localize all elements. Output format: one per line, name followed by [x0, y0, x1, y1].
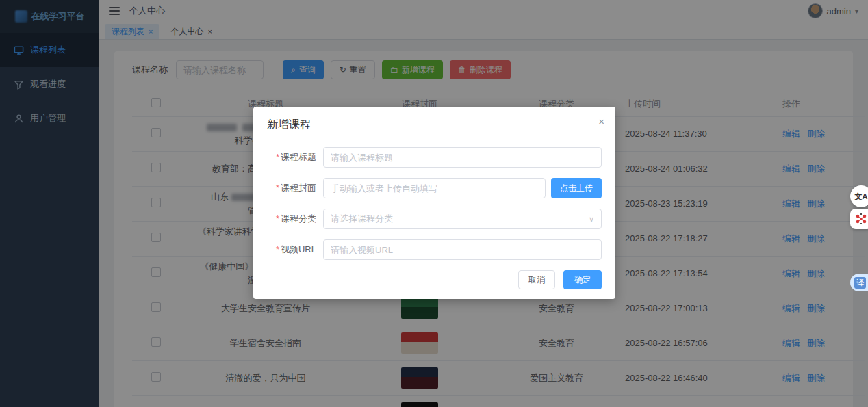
course-category-select[interactable]: 请选择课程分类 ∨ [323, 209, 602, 229]
video-url-input[interactable] [331, 245, 594, 255]
app-root: 在线学习平台 课程列表 观看进度 用户管理 个人中心 admin [0, 0, 868, 407]
confirm-button[interactable]: 确定 [563, 270, 602, 289]
close-icon[interactable]: × [598, 116, 604, 127]
course-title-input[interactable] [331, 153, 594, 163]
modal-title: 新增课程 [267, 118, 602, 132]
translate-extension-icon[interactable]: 文A [850, 185, 868, 207]
field-course-cover: *课程封面 点击上传 [267, 178, 602, 198]
network-extension-icon[interactable] [850, 209, 868, 229]
modal-footer: 取消 确定 [518, 270, 602, 289]
upload-button[interactable]: 点击上传 [551, 178, 602, 198]
course-cover-input[interactable] [331, 183, 538, 194]
red-network-icon [855, 213, 867, 225]
field-course-category: *课程分类 请选择课程分类 ∨ [267, 209, 602, 229]
add-course-form: *课程标题 *课程封面 点击上传 *课程分类 请选择课程分类 ∨ *视频URL [267, 147, 602, 260]
field-course-title: *课程标题 [267, 147, 602, 168]
add-course-modal: 新增课程 × *课程标题 *课程封面 点击上传 *课程分类 请选择课程分类 ∨ … [253, 107, 615, 299]
field-video-url: *视频URL [267, 239, 602, 260]
chevron-down-icon: ∨ [589, 215, 594, 224]
translate-badge[interactable]: 译 [850, 274, 868, 291]
cancel-button[interactable]: 取消 [518, 270, 555, 289]
